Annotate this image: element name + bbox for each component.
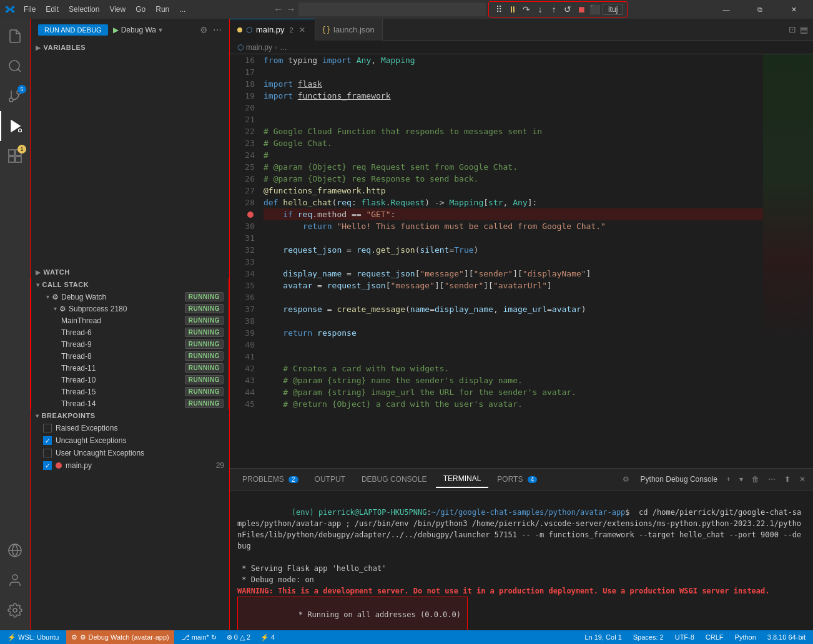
activity-remote[interactable]	[0, 535, 30, 565]
bp-user-uncaught-checkbox[interactable]	[43, 449, 52, 457]
title-center: ← → ⠿ ⏸ ↷ ↓ ↑ ↺ ⏹ ⬛ ituj	[194, 1, 707, 17]
more-icon[interactable]: ⋯	[213, 25, 222, 35]
debug-step-over-btn[interactable]: ↷	[520, 3, 533, 16]
activity-explorer[interactable]	[0, 21, 30, 51]
callstack-thread-14[interactable]: Thread-14 RUNNING	[31, 398, 229, 409]
bp-main-checkbox[interactable]	[43, 461, 52, 470]
debug-step-out-btn[interactable]: ↑	[548, 3, 560, 16]
code-editor[interactable]: 16 17 18 19 20 21 22 23 24 25 26 27 28	[230, 54, 813, 468]
callstack-status-badge: RUNNING	[185, 387, 224, 396]
menu-file[interactable]: File	[20, 4, 39, 15]
callstack-header[interactable]: ▾ CALL STACK	[31, 278, 229, 291]
activity-run-debug[interactable]	[0, 111, 30, 141]
terminal-content[interactable]: (env) pierrick@LAPTOP-HKU5PNNG:~/git/goo…	[230, 490, 813, 630]
menu-more[interactable]: ...	[175, 4, 189, 15]
maximize-panel-icon[interactable]: ⬆	[782, 474, 793, 485]
add-terminal-icon[interactable]: +	[724, 474, 733, 485]
gear-icon[interactable]: ⚙	[200, 25, 208, 35]
statusbar-wsl[interactable]: ⚡ WSL: Ubuntu	[5, 633, 61, 642]
statusbar-branch[interactable]: ⎇ main* ↻	[179, 633, 219, 642]
breadcrumb-more[interactable]: …	[280, 43, 287, 52]
activity-search[interactable]	[0, 51, 30, 81]
line-num-43: 43	[230, 374, 255, 386]
activity-extensions[interactable]: 1	[0, 141, 30, 171]
callstack-thread-15[interactable]: Thread-15 RUNNING	[31, 386, 229, 398]
debug-stop-btn[interactable]: ⏹	[575, 3, 588, 16]
gear-icon: ⚙	[52, 293, 59, 301]
nav-forward-icon[interactable]: →	[286, 4, 296, 15]
bp-user-uncaught[interactable]: User Uncaught Exceptions	[31, 447, 229, 459]
statusbar-language[interactable]: Python	[732, 633, 759, 641]
menu-edit[interactable]: Edit	[42, 4, 62, 15]
debug-target-label[interactable]: ituj	[603, 4, 623, 15]
search-bar[interactable]	[298, 2, 486, 16]
callstack-thread-10[interactable]: Thread-10 RUNNING	[31, 374, 229, 386]
activity-settings[interactable]	[0, 595, 30, 625]
activity-bar: 5 1	[0, 19, 30, 630]
statusbar-encoding[interactable]: UTF-8	[673, 633, 697, 641]
close-btn[interactable]: ✕	[779, 0, 808, 19]
tab-problems[interactable]: PROBLEMS 2	[235, 471, 306, 487]
tab-close-icon[interactable]: ✕	[297, 25, 307, 35]
code-content[interactable]: from typing import Any, Mapping import f…	[261, 54, 763, 468]
tab-launch-json[interactable]: { } launch.json	[315, 19, 383, 41]
remote-icon: ⚡	[7, 633, 16, 642]
watch-header[interactable]: ▶ WATCH	[31, 266, 229, 278]
menu-view[interactable]: View	[106, 4, 129, 15]
error-icon: ⊗	[227, 633, 232, 642]
chevron-down-icon[interactable]: ▾	[737, 474, 746, 485]
breadcrumb-file[interactable]: main.py	[246, 43, 272, 52]
callstack-thread-6[interactable]: Thread-6 RUNNING	[31, 326, 229, 338]
callstack-thread-9[interactable]: Thread-9 RUNNING	[31, 338, 229, 350]
statusbar-spaces[interactable]: Spaces: 2	[631, 633, 666, 641]
line-num-30: 30	[230, 220, 255, 232]
callstack-mainthread[interactable]: MainThread RUNNING	[31, 315, 229, 326]
tab-launch-json-label: launch.json	[333, 25, 375, 34]
editor-layout-icon[interactable]: ▤	[800, 24, 808, 34]
minimize-btn[interactable]: —	[712, 0, 741, 19]
activity-account[interactable]	[0, 565, 30, 595]
tab-main-py[interactable]: ⬡ main.py 2 ✕	[230, 19, 315, 41]
debug-pause-btn[interactable]: ⏸	[506, 3, 519, 16]
line-num-36: 36	[230, 291, 255, 303]
breakpoints-header[interactable]: ▾ BREAKPOINTS	[31, 409, 229, 422]
debug-config-selector[interactable]: ▶ Debug Wa ▾	[113, 26, 200, 34]
run-debug-button[interactable]: RUN AND DEBUG	[38, 24, 108, 36]
bp-uncaught-checkbox[interactable]	[43, 436, 52, 445]
bp-raised-checkbox[interactable]	[43, 424, 52, 432]
variables-header[interactable]: ▶ VARIABLES	[31, 41, 229, 54]
tab-terminal[interactable]: TERMINAL	[436, 471, 489, 488]
trash-icon[interactable]: 🗑	[749, 474, 762, 485]
debug-restart-btn[interactable]: ↺	[561, 3, 574, 16]
bp-main-py[interactable]: main.py 29	[31, 459, 229, 472]
menu-selection[interactable]: Selection	[65, 4, 103, 15]
statusbar-position[interactable]: Ln 19, Col 1	[582, 633, 624, 641]
menu-run[interactable]: Run	[152, 4, 173, 15]
statusbar-remote-count[interactable]: ⚡ 4	[258, 633, 277, 642]
bp-uncaught-exceptions[interactable]: Uncaught Exceptions	[31, 434, 229, 447]
more-terminal-icon[interactable]: ⋯	[766, 474, 778, 485]
callstack-thread-8[interactable]: Thread-8 RUNNING	[31, 350, 229, 362]
debug-step-into-btn[interactable]: ↓	[534, 3, 546, 16]
bp-raised-exceptions[interactable]: Raised Exceptions	[31, 422, 229, 434]
debug-continue-btn[interactable]: ⠿	[493, 3, 505, 16]
menu-go[interactable]: Go	[132, 4, 149, 15]
callstack-debug-watch[interactable]: ▾ ⚙ Debug Watch RUNNING	[31, 291, 229, 303]
tab-output[interactable]: OUTPUT	[307, 471, 353, 487]
activity-source-control[interactable]: 5	[0, 81, 30, 111]
maximize-btn[interactable]: ⧉	[746, 0, 774, 19]
tab-debug-console[interactable]: DEBUG CONSOLE	[354, 471, 435, 487]
statusbar-line-ending[interactable]: CRLF	[703, 633, 726, 641]
callstack-subprocess[interactable]: ▾ ⚙ Subprocess 2180 RUNNING	[31, 303, 229, 315]
statusbar-python-version[interactable]: 3.8.10 64-bit	[765, 633, 808, 641]
split-editor-icon[interactable]: ⊡	[789, 24, 796, 34]
callstack-chevron-icon: ▾	[36, 281, 40, 288]
statusbar-debug[interactable]: ⚙ ⚙ Debug Watch (avatar-app)	[66, 630, 174, 644]
callstack-thread-11[interactable]: Thread-11 RUNNING	[31, 362, 229, 374]
nav-back-icon[interactable]: ←	[273, 4, 283, 15]
tab-ports[interactable]: PORTS 4	[490, 471, 544, 487]
close-panel-icon[interactable]: ✕	[797, 474, 808, 485]
terminal-line-1: (env) pierrick@LAPTOP-HKU5PNNG:~/git/goo…	[237, 495, 806, 563]
statusbar-errors[interactable]: ⊗ 0 △ 2	[224, 633, 253, 642]
debug-hotreload-btn[interactable]: ⬛	[589, 3, 601, 16]
